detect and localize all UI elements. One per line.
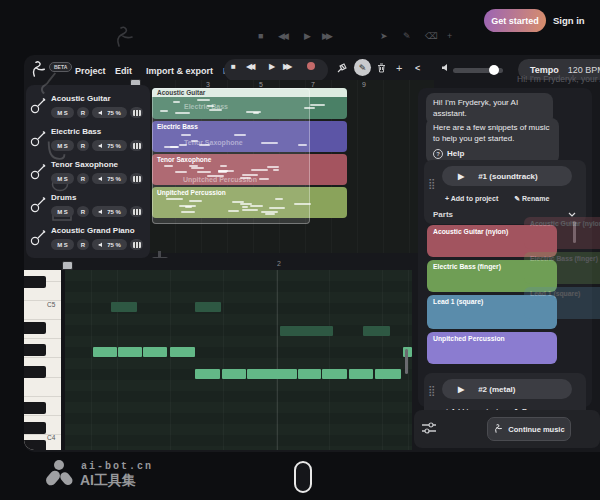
sign-in-button[interactable]: Sign in — [553, 15, 585, 26]
ruler-bar-5: 5 — [259, 81, 263, 88]
menu-edit[interactable]: Edit — [115, 66, 132, 76]
midi-grid[interactable] — [65, 270, 412, 450]
settings-sliders-icon[interactable] — [422, 422, 436, 434]
key-label-c5: C5 — [47, 301, 55, 308]
instrument-icon — [30, 97, 47, 114]
midi-note[interactable] — [280, 326, 333, 336]
play-button[interactable]: ▶ — [269, 62, 275, 71]
mute-solo-buttons[interactable]: M S — [51, 107, 74, 118]
keyboard-icon — [133, 143, 141, 149]
volume-slider-knob[interactable] — [489, 65, 499, 75]
drag-handle-icon[interactable]: ⣿ — [428, 385, 435, 396]
instrument-keys-button[interactable] — [130, 239, 143, 250]
track-row-electric-bass[interactable]: Electric Bass M S R 75 % — [26, 124, 150, 157]
track-volume[interactable]: 75 % — [92, 107, 127, 118]
record-button[interactable] — [307, 62, 315, 70]
trash-icon[interactable] — [377, 63, 386, 73]
instrument-keys-button[interactable] — [130, 140, 143, 151]
arrangement-timeline[interactable]: 3 5 7 9 Acoustic Guitar Electric Bass Te… — [150, 80, 434, 253]
record-arm-button[interactable]: R — [77, 173, 89, 184]
rename-button[interactable]: ✎ Rename — [514, 195, 549, 203]
track-row-drums[interactable]: Drums M S R 75 % — [26, 190, 150, 223]
piano-roll-cursor-icon — [62, 261, 73, 270]
instrument-keys-button[interactable] — [130, 206, 143, 217]
scroll-capsule-icon — [294, 461, 312, 493]
ruler-bar-7: 7 — [311, 81, 315, 88]
ghost-fast-forward-icon: ▶▶ — [322, 31, 330, 41]
midi-note[interactable] — [222, 369, 246, 379]
instrument-keys-button[interactable] — [130, 173, 143, 184]
keyboard-icon — [133, 176, 141, 182]
add-to-project-button[interactable]: + Add to project — [445, 195, 498, 203]
help-icon: ? — [433, 149, 443, 159]
record-arm-button[interactable]: R — [77, 206, 89, 217]
menu-import-export[interactable]: Import & export — [146, 66, 213, 76]
track-volume[interactable]: 75 % — [92, 140, 127, 151]
ghost-plus-icon: + — [447, 31, 452, 41]
continue-music-button[interactable]: Continue music — [487, 417, 571, 441]
mute-solo-buttons[interactable]: M S — [51, 173, 74, 184]
midi-note[interactable] — [298, 369, 321, 379]
piano-roll-bar-2: 2 — [277, 260, 281, 267]
pin-icon[interactable] — [337, 63, 347, 73]
midi-note[interactable] — [195, 302, 221, 312]
midi-note[interactable] — [170, 347, 195, 357]
speaker-icon — [98, 176, 104, 182]
midi-note[interactable] — [375, 369, 401, 379]
record-arm-button[interactable]: R — [77, 239, 89, 250]
menu-project[interactable]: Project — [75, 66, 106, 76]
instrument-icon — [30, 130, 47, 147]
speaker-icon — [98, 110, 104, 116]
help-link[interactable]: ? Help — [433, 149, 552, 160]
tempo-value: 120 BPM — [568, 65, 600, 75]
fast-forward-button[interactable]: ▶▶ — [283, 62, 289, 71]
track-volume[interactable]: 75 % — [92, 239, 127, 250]
snippet-2-play[interactable]: ▶ #2 (metal) — [442, 379, 572, 399]
record-arm-button[interactable]: R — [77, 140, 89, 151]
piano-roll[interactable]: 2 C5 C4 — [24, 258, 412, 450]
ghost-pin-icon: ➤ — [380, 31, 388, 41]
mute-solo-buttons[interactable]: M S — [51, 206, 74, 217]
mute-solo-buttons[interactable]: M S — [51, 140, 74, 151]
keyboard-icon — [133, 209, 141, 215]
part-unpitched-percussion[interactable]: Unpitched Percussion — [427, 332, 557, 364]
midi-note[interactable] — [93, 347, 117, 357]
volume-icon[interactable] — [441, 64, 450, 73]
stop-button[interactable]: ■ — [231, 62, 236, 71]
ghost-assistant-text: Hi! I'm Fryderyk, your AI — [517, 74, 600, 84]
add-icon[interactable]: + — [396, 62, 402, 74]
midi-note[interactable] — [322, 369, 347, 379]
speaker-icon — [98, 242, 104, 248]
track-row-tenor-saxophone[interactable]: Tenor Saxophone M S R 75 % — [26, 157, 150, 190]
piano-roll-scrollbar[interactable] — [405, 349, 408, 374]
track-volume[interactable]: 75 % — [92, 173, 127, 184]
midi-note[interactable] — [118, 347, 142, 357]
instrument-keys-button[interactable] — [130, 107, 143, 118]
track-row-acoustic-guitar[interactable]: Acoustic Guitar M S R 75 % — [26, 91, 150, 124]
instrument-icon — [30, 229, 47, 246]
midi-note[interactable] — [247, 369, 297, 379]
instrument-icon — [30, 196, 47, 213]
rewind-button[interactable]: ◀◀ — [246, 62, 252, 71]
get-started-button[interactable]: Get started — [484, 9, 546, 32]
midi-note[interactable] — [363, 326, 390, 336]
mute-solo-buttons[interactable]: M S — [51, 239, 74, 250]
piano-keyboard[interactable]: C5 C4 — [24, 270, 61, 450]
ghost-part-acoustic-guitar: Acoustic Guitar (nylon) — [524, 217, 600, 249]
ghost-stop-icon: ■ — [258, 31, 263, 41]
midi-note[interactable] — [111, 302, 137, 312]
playhead-marker-stem — [158, 251, 161, 258]
track-volume[interactable]: 75 % — [92, 206, 127, 217]
pencil-tool-button[interactable]: ✎ — [354, 59, 371, 76]
drag-handle-icon[interactable]: ⣿ — [428, 178, 435, 189]
midi-note[interactable] — [143, 347, 167, 357]
speaker-icon — [98, 209, 104, 215]
ghost-rewind-icon: ◀◀ — [278, 31, 286, 41]
snap-icon[interactable]: < — [415, 63, 420, 73]
track-row-acoustic-grand-piano[interactable]: Acoustic Grand Piano M S R 75 % — [26, 223, 150, 256]
snippet-1-play[interactable]: ▶ #1 (soundtrack) — [442, 166, 572, 186]
midi-note[interactable] — [195, 369, 220, 379]
record-arm-button[interactable]: R — [77, 107, 89, 118]
keyboard-icon — [133, 110, 141, 116]
midi-note[interactable] — [349, 369, 373, 379]
